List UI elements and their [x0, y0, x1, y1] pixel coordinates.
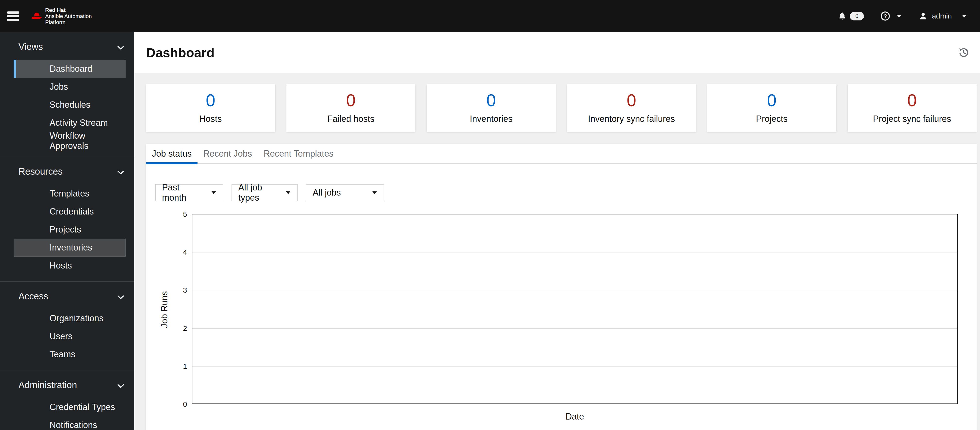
nav-toggle-button[interactable]: [7, 10, 19, 22]
chevron-down-icon: [372, 192, 377, 194]
gridline: [192, 328, 957, 329]
card-value: 0: [767, 92, 776, 109]
chevron-down-icon: [286, 192, 290, 194]
y-tick-label: 4: [172, 248, 187, 256]
nav-list-views: DashboardJobsSchedulesActivity StreamWor…: [14, 60, 126, 150]
nav-section-label: Views: [19, 42, 43, 52]
history-icon: [958, 47, 969, 58]
sidebar-item-projects[interactable]: Projects: [14, 221, 126, 238]
gridline: [192, 366, 957, 366]
card-label: Failed hosts: [327, 114, 374, 124]
sidebar-item-teams[interactable]: Teams: [14, 345, 126, 363]
sidebar-item-hosts[interactable]: Hosts: [14, 257, 126, 275]
job-runs-chart: Job Runs 012345 Date: [146, 214, 977, 422]
card-value: 0: [907, 92, 917, 109]
brand-line2: Ansible Automation: [45, 13, 92, 19]
sidebar-item-credentials[interactable]: Credentials: [14, 203, 126, 221]
nav-section-resources: ResourcesTemplatesCredentialsProjectsInv…: [0, 157, 134, 281]
chevron-down-icon: [117, 166, 124, 177]
notifications-button[interactable]: 0: [838, 12, 864, 21]
chevron-down-icon: [117, 380, 124, 390]
brand-text: Red Hat Ansible Automation Platform: [45, 7, 92, 25]
summary-cards-row: 0Hosts0Failed hosts0Inventories0Inventor…: [146, 84, 977, 132]
sidebar-item-workflow-approvals[interactable]: Workflow Approvals: [14, 132, 126, 150]
gridline: [192, 290, 957, 290]
nav-list-resources: TemplatesCredentialsProjectsInventoriesH…: [14, 185, 126, 275]
summary-card-inventory-sync-failures[interactable]: 0Inventory sync failures: [567, 84, 696, 132]
username-label: admin: [932, 12, 952, 20]
sidebar-item-inventories[interactable]: Inventories: [14, 238, 126, 257]
y-tick-label: 0: [172, 400, 187, 408]
sidebar-item-templates[interactable]: Templates: [14, 185, 126, 203]
app-layout: ViewsDashboardJobsSchedulesActivity Stre…: [0, 32, 980, 430]
question-circle-icon: ?: [880, 11, 890, 21]
chevron-down-icon: [117, 291, 124, 302]
nav-section-toggle-resources[interactable]: Resources: [0, 164, 134, 179]
sidebar-item-schedules[interactable]: Schedules: [14, 96, 126, 114]
sidebar-item-credential-types[interactable]: Credential Types: [14, 398, 126, 416]
nav-list-administration: Credential TypesNotifications: [14, 398, 126, 430]
sidebar: ViewsDashboardJobsSchedulesActivity Stre…: [0, 32, 134, 430]
chevron-down-icon: [897, 15, 901, 18]
y-tick-label: 1: [172, 362, 187, 371]
tab-job-status[interactable]: Job status: [146, 144, 197, 163]
card-label: Inventory sync failures: [588, 114, 675, 124]
help-menu-button[interactable]: ?: [880, 11, 901, 21]
page-title: Dashboard: [146, 45, 215, 60]
card-label: Projects: [756, 114, 788, 124]
tabs-bar: Job statusRecent JobsRecent Templates: [146, 144, 977, 164]
select-value: All jobs: [313, 187, 341, 198]
redhat-fedora-icon: [30, 12, 42, 21]
summary-card-inventories[interactable]: 0Inventories: [426, 84, 556, 132]
sidebar-item-jobs[interactable]: Jobs: [14, 78, 126, 96]
card-value: 0: [627, 92, 636, 109]
filter-select-all-job-types[interactable]: All job types: [232, 184, 298, 201]
nav-list-access: OrganizationsUsersTeams: [14, 309, 126, 363]
summary-card-projects[interactable]: 0Projects: [707, 84, 837, 132]
summary-card-hosts[interactable]: 0Hosts: [146, 84, 275, 132]
sidebar-item-notifications[interactable]: Notifications: [14, 416, 126, 430]
nav-section-toggle-views[interactable]: Views: [0, 39, 134, 54]
chart-plot-area: 012345: [192, 214, 958, 404]
card-value: 0: [346, 92, 356, 109]
nav-section-access: AccessOrganizationsUsersTeams: [0, 281, 134, 370]
user-menu-button[interactable]: admin: [919, 12, 966, 21]
select-value: All job types: [238, 182, 280, 203]
tab-recent-templates[interactable]: Recent Templates: [258, 144, 339, 163]
card-label: Project sync failures: [873, 114, 951, 124]
nav-section-toggle-access[interactable]: Access: [0, 289, 134, 304]
card-label: Hosts: [199, 114, 222, 124]
sidebar-item-dashboard[interactable]: Dashboard: [14, 60, 126, 78]
filter-select-past-month[interactable]: Past month: [155, 184, 223, 201]
gridline: [192, 252, 957, 253]
filter-select-all-jobs[interactable]: All jobs: [306, 184, 384, 201]
summary-card-project-sync-failures[interactable]: 0Project sync failures: [848, 84, 977, 132]
bell-icon: [838, 12, 846, 21]
chevron-down-icon: [117, 42, 124, 52]
refresh-history-button[interactable]: [958, 47, 969, 58]
summary-card-failed-hosts[interactable]: 0Failed hosts: [286, 84, 416, 132]
filters-row: Past monthAll job typesAll jobs: [155, 184, 977, 201]
sidebar-item-organizations[interactable]: Organizations: [14, 309, 126, 328]
sidebar-item-users[interactable]: Users: [14, 328, 126, 345]
gridline: [192, 214, 957, 215]
page-header: Dashboard: [134, 32, 980, 73]
y-tick-label: 2: [172, 324, 187, 332]
job-status-panel: Job statusRecent JobsRecent Templates Pa…: [146, 144, 977, 430]
masthead-toolbar: 0 ? admin: [838, 11, 980, 21]
chevron-down-icon: [962, 15, 966, 18]
card-value: 0: [486, 92, 496, 109]
chart-y-axis-title: Job Runs: [159, 285, 170, 334]
tab-recent-jobs[interactable]: Recent Jobs: [197, 144, 258, 163]
y-tick-label: 5: [172, 210, 187, 218]
nav-section-label: Resources: [19, 166, 63, 177]
nav-section-label: Access: [19, 291, 48, 302]
sidebar-item-activity-stream[interactable]: Activity Stream: [14, 114, 126, 132]
brand-line3: Platform: [45, 19, 92, 25]
nav-section-administration: AdministrationCredential TypesNotificati…: [0, 370, 134, 430]
chart-x-axis-title: Date: [192, 411, 958, 422]
chevron-down-icon: [212, 192, 216, 194]
main-area: Dashboard 0Hosts0Failed hosts0Inventorie…: [134, 32, 980, 430]
nav-section-toggle-administration[interactable]: Administration: [0, 378, 134, 392]
dashboard-content: 0Hosts0Failed hosts0Inventories0Inventor…: [134, 73, 980, 430]
